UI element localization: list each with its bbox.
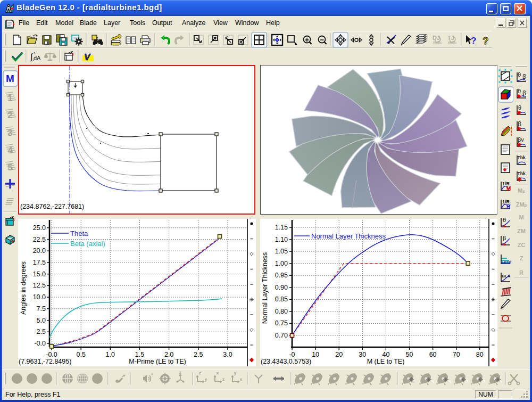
svg-text:R: R	[519, 269, 523, 276]
svg-text:Normal Layer Thickness: Normal Layer Thickness	[261, 252, 269, 324]
svg-text:TJ: TJ	[447, 35, 454, 41]
svg-text:1: 1	[13, 217, 15, 221]
svg-text:?: ?	[483, 35, 489, 46]
svg-text:Normal Layer Thickness: Normal Layer Thickness	[311, 232, 386, 240]
svg-text:2.5: 2.5	[37, 328, 46, 335]
svg-text:θ: θ	[518, 88, 521, 94]
svg-text:M: M	[506, 186, 511, 192]
svg-text:4: 4	[7, 145, 13, 155]
svg-text:M-Prime (LE to TE): M-Prime (LE to TE)	[129, 358, 186, 365]
svg-text:0.85: 0.85	[275, 296, 288, 303]
svg-text:Thk: Thk	[518, 171, 526, 176]
svg-text:θ: θ	[518, 71, 521, 78]
svg-text:1.0: 1.0	[106, 351, 115, 358]
svg-text:25.0: 25.0	[33, 224, 46, 232]
svg-text:10.0: 10.0	[33, 293, 46, 301]
svg-text:y: y	[205, 377, 207, 382]
svg-text:Mₚ: Mₚ	[518, 187, 525, 194]
svg-text:1: 1	[7, 93, 12, 103]
svg-text:5.0: 5.0	[37, 317, 46, 324]
svg-text:z: z	[199, 371, 201, 375]
svg-text:1.15: 1.15	[275, 224, 288, 231]
svg-text:DIMEN: DIMEN	[433, 42, 442, 45]
svg-text:θ: θ	[503, 217, 506, 223]
svg-text:βv: βv	[518, 136, 524, 143]
svg-text:30: 30	[359, 351, 366, 358]
svg-text:2.5: 2.5	[194, 351, 203, 358]
svg-text:Beta (axial): Beta (axial)	[70, 240, 105, 248]
svg-text:10: 10	[312, 351, 319, 358]
svg-text:22.5: 22.5	[33, 236, 46, 243]
svg-text:0.90: 0.90	[275, 284, 288, 291]
svg-text:-0.0: -0.0	[34, 340, 46, 347]
svg-text:LE: LE	[502, 242, 506, 246]
svg-text:3.0: 3.0	[223, 351, 232, 358]
svg-text:Theta: Theta	[70, 229, 88, 237]
svg-text:Z: Z	[520, 255, 523, 261]
svg-text:y: y	[234, 371, 236, 375]
svg-text:0.5: 0.5	[77, 351, 86, 358]
svg-text:15.0: 15.0	[33, 270, 46, 278]
svg-text:40: 40	[382, 351, 389, 358]
svg-text:2: 2	[7, 110, 12, 120]
svg-text:M: M	[6, 73, 14, 84]
svg-text:x: x	[217, 371, 219, 375]
svg-text:50: 50	[406, 351, 413, 358]
svg-text:z: z	[179, 371, 181, 374]
svg-text:0.75: 0.75	[275, 319, 288, 327]
svg-text:?: ?	[471, 36, 476, 46]
svg-text:Thk: Thk	[518, 155, 526, 160]
svg-text:5: 5	[7, 162, 12, 173]
svg-text:Angles in degrees: Angles in degrees	[20, 261, 27, 315]
svg-text:LETE: LETE	[502, 261, 511, 265]
svg-text:60: 60	[429, 351, 437, 358]
svg-text:DIMEN: DIMEN	[448, 42, 457, 45]
svg-text:0.95: 0.95	[275, 272, 288, 279]
svg-text:1.00: 1.00	[275, 260, 288, 267]
svg-text:1.10: 1.10	[275, 236, 288, 243]
svg-text:-0.0: -0.0	[46, 351, 57, 358]
svg-text:70: 70	[453, 351, 460, 358]
svg-text:20: 20	[335, 351, 343, 358]
svg-text:20.0: 20.0	[33, 247, 46, 255]
svg-text:2.0: 2.0	[164, 351, 173, 358]
svg-text:M: M	[519, 214, 523, 220]
svg-text:ZM: ZM	[517, 228, 526, 234]
svg-text:ZMₚ: ZMₚ	[516, 201, 527, 208]
svg-text:0.80: 0.80	[275, 308, 288, 315]
svg-text:z: z	[222, 377, 225, 382]
svg-text:β: β	[518, 120, 521, 128]
svg-text:B: B	[506, 204, 510, 210]
svg-text:x: x	[240, 377, 242, 382]
svg-text:12.5: 12.5	[33, 282, 46, 289]
svg-text:1.05: 1.05	[275, 248, 288, 255]
svg-text:1: 1	[72, 52, 74, 56]
svg-text:ZC: ZC	[518, 242, 526, 248]
svg-text:V: V	[84, 52, 91, 62]
svg-text:β: β	[503, 235, 506, 241]
svg-text:M (LE to TE): M (LE to TE)	[367, 358, 405, 365]
svg-text:3: 3	[7, 128, 12, 138]
svg-text:LE: LE	[502, 224, 506, 228]
svg-text:(234.8762,-227.7681): (234.8762,-227.7681)	[20, 203, 84, 210]
svg-text:(23.4343,0.5753): (23.4343,0.5753)	[261, 358, 311, 365]
svg-text:1.5: 1.5	[135, 351, 144, 358]
svg-text:7.5: 7.5	[37, 305, 46, 313]
svg-text:dA: dA	[34, 55, 41, 61]
svg-text:DJ: DJ	[433, 35, 440, 41]
svg-text:∫: ∫	[30, 52, 34, 62]
svg-text:17.5: 17.5	[33, 259, 46, 266]
svg-text:-0: -0	[289, 351, 295, 358]
svg-text:(7.9631,-72.8495): (7.9631,-72.8495)	[19, 358, 71, 365]
svg-text:θ: θ	[518, 104, 521, 111]
svg-text:80: 80	[476, 351, 484, 358]
svg-text:0.70: 0.70	[275, 332, 288, 339]
